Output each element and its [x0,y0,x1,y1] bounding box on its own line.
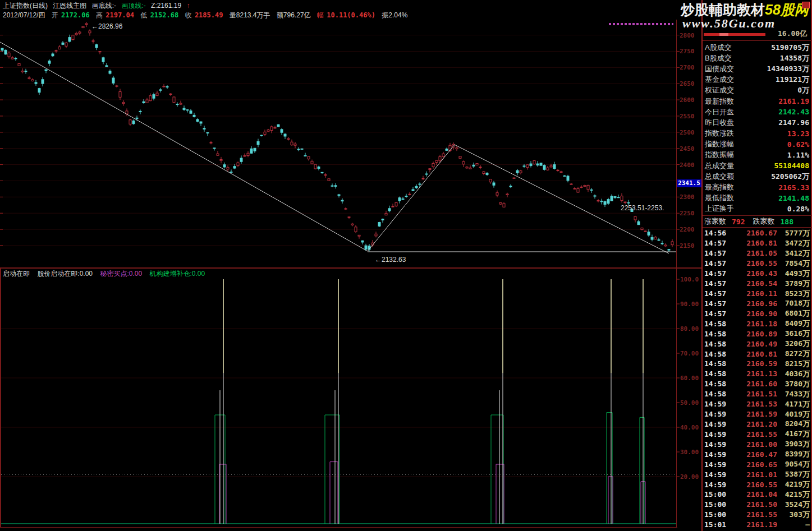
draw-bottom-line-label[interactable]: 画底线:- [92,2,116,10]
tick-time: 14:58 [704,390,729,398]
summary-row: 最低指数2141.48 [703,193,811,204]
tick-time: 15:01 [704,520,729,529]
tick-time: 14:59 [704,430,729,438]
tick-volume: 3472万 [777,238,810,248]
indicator-axis-label: 100.0 [680,276,699,283]
tick-price: 2160.96 [729,299,777,308]
volume-progress-bar [704,33,765,36]
volume-value: 量8213.4万手 [230,11,270,19]
low-value: 2152.68 [150,11,179,19]
price-axis-label: 2250 [680,210,695,217]
tick-time: 14:57 [704,259,729,267]
summary-label: 国债成交 [705,64,734,74]
tick-time: 14:56 [704,229,729,237]
tick-volume: 3206万 [777,339,810,349]
tick-volume: 5777万 [777,228,810,238]
tick-row: 14:572160.118523万 [703,289,811,299]
volume-bar-marker [719,33,728,36]
symbol-title: 上证指数(日线) [3,2,48,10]
tick-row: 15:002161.044215万 [703,490,811,500]
indicator-axis-label: 50.00 [680,399,699,407]
tick-time: 14:59 [704,470,729,479]
tick-row: 14:592160.659054万 [703,459,811,469]
tick-volume: — [777,520,810,529]
sidebar-separator [703,40,812,41]
high-label: 高 [96,11,103,19]
tick-row: 14:592161.594019万 [703,409,811,419]
tick-time: 14:59 [704,440,729,449]
summary-row: 总成交量55184408 [703,160,811,171]
open-value: 2172.06 [61,11,90,19]
tick-volume: 8215万 [777,359,810,369]
tick-price: 2161.20 [729,420,777,428]
tick-volume: 8272万 [777,349,810,359]
tick-volume: 8399万 [777,449,810,459]
summary-row: B股成交14358万 [703,53,811,63]
tick-price: 2161.19 [729,520,777,529]
summary-row: 权证成交0万 [703,85,811,96]
tick-price: 2161.53 [729,400,777,408]
summary-value: 14358万 [780,53,809,63]
summary-label: 指数振幅 [705,150,734,160]
summary-label: 基金成交 [705,75,734,85]
tick-volume: 7018万 [777,298,810,308]
summary-value: 119121万 [776,75,809,85]
tick-row: 14:572160.543789万 [703,279,811,289]
main-indicator-label[interactable]: 江恩线主图 [53,2,86,10]
tick-price: 2161.13 [729,370,777,378]
tick-time: 14:59 [704,481,729,489]
tick-row: 14:582161.188409万 [703,318,811,329]
summary-label: 今日开盘 [705,107,734,117]
tick-time: 14:57 [704,279,729,288]
summary-row: 上证换手0.28% [703,204,811,214]
indicator-axis-label: 30.00 [680,449,699,456]
tick-price: 2161.55 [729,430,777,438]
tick-volume: 4493万 [777,269,810,279]
window-control-icon[interactable] [802,2,810,8]
tick-price: 2160.65 [729,460,777,469]
tick-row: 14:592160.478399万 [703,449,811,459]
tick-time: 14:58 [704,350,729,358]
summary-value: 2165.33 [778,183,809,192]
price-axis-label: 2500 [680,129,695,136]
summary-row: 国债成交14340933万 [703,63,811,74]
tick-time: 14:57 [704,299,729,308]
tick-volume: 9054万 [777,459,810,469]
summary-label: 总成交量 [705,161,734,171]
close-label: 收 [185,11,192,19]
indicator-panel[interactable] [0,276,676,527]
tick-price: 2160.55 [729,481,777,489]
tick-row: 14:592160.554219万 [703,479,811,490]
price-axis-label: 2200 [680,226,695,233]
decliners-label: 跌家数 [753,216,774,227]
tick-price: 2161.01 [729,470,777,479]
tick-time: 14:58 [704,370,729,378]
tick-price: 2161.18 [729,320,777,328]
tick-time: 14:58 [704,330,729,338]
volume-bar-value: 16.00亿 [778,29,807,39]
tick-time: 14:59 [704,410,729,418]
price-axis-label: 2800 [680,32,695,39]
summary-label: 指数涨跌 [705,128,734,138]
summary-label: 最低指数 [705,193,734,203]
summary-value: 2142.43 [778,108,809,116]
close-value: 2185.49 [195,11,223,19]
draw-top-line-label[interactable]: 画顶线:- [121,2,145,10]
summary-value: 2141.48 [778,194,809,202]
indicator-axis-label: 90.00 [680,301,699,308]
axis-left-border [676,20,677,528]
tick-row: 14:572161.053412万 [703,248,811,258]
tick-volume: 4215万 [777,490,810,500]
amount-value: 额796.27亿 [277,11,311,19]
tick-volume: 5387万 [777,469,810,479]
indicator-bottom-border [0,527,677,528]
tick-row: 15:002161.503524万 [703,500,811,510]
tick-price: 2161.51 [729,390,777,398]
tick-row: 14:572160.813472万 [703,238,811,248]
indicator-axis-label: 70.00 [680,350,699,357]
main-candlestick-chart[interactable] [0,20,676,267]
price-axis-label: 2150 [680,242,695,250]
advance-decline-row: 涨家数 792 跌家数 188 [703,216,812,227]
price-axis-label: 2750 [680,48,695,55]
tick-volume: 4019万 [777,409,810,419]
